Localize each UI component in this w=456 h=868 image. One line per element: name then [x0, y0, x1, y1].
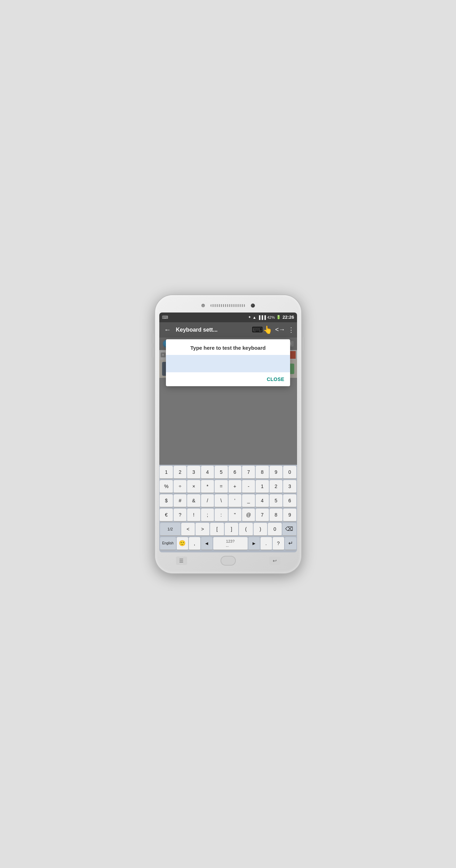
key-ampersand[interactable]: &: [187, 494, 200, 508]
key-divide[interactable]: ÷: [174, 480, 186, 493]
key-num7[interactable]: 7: [256, 509, 269, 522]
phone-frame: ⌨ ✦ ▲ ▐▐▐ 42% 🔋 22:26 ← Keyboard sett...…: [155, 295, 301, 573]
key-backslash[interactable]: \: [215, 494, 227, 508]
key-enter[interactable]: ↵: [285, 537, 296, 550]
key-1[interactable]: 1: [160, 466, 173, 479]
key-hash[interactable]: #: [174, 494, 186, 508]
key-cursor-right[interactable]: ►: [248, 537, 260, 550]
key-apostrophe[interactable]: ': [229, 494, 241, 508]
key-num2[interactable]: 2: [270, 480, 282, 493]
back-button[interactable]: ←: [162, 326, 173, 334]
key-num4[interactable]: 4: [256, 494, 269, 508]
key-minus[interactable]: -: [242, 480, 255, 493]
key-0[interactable]: 0: [283, 466, 296, 479]
key-2[interactable]: 2: [174, 466, 186, 479]
phone-bottom-nav: ☰ ↩: [159, 554, 297, 567]
key-colon[interactable]: :: [215, 509, 227, 522]
key-question-mark[interactable]: ?: [174, 509, 186, 522]
keyboard-row-3: $ # & / \ ' _ 4 5 6: [160, 494, 296, 508]
key-bracket-close[interactable]: ]: [225, 523, 239, 536]
front-camera: [251, 303, 255, 308]
key-multiply[interactable]: ×: [187, 480, 200, 493]
key-backspace[interactable]: ⌫: [282, 523, 296, 536]
key-dollar[interactable]: $: [160, 494, 173, 508]
phone-top-bar: [159, 301, 297, 310]
key-num5[interactable]: 5: [270, 494, 282, 508]
key-percent[interactable]: %: [160, 480, 173, 493]
speaker-grille: [210, 304, 245, 307]
key-3[interactable]: 3: [187, 466, 200, 479]
app-bar-actions: ⌨👆 <→ ⋮: [252, 325, 294, 334]
key-cursor-left[interactable]: ◄: [201, 537, 213, 550]
test-keyboard-dialog: Type here to test the keyboard CLOSE: [166, 339, 290, 386]
key-equals[interactable]: =: [215, 480, 227, 493]
key-quote[interactable]: ": [229, 509, 241, 522]
keyboard-row-6: English 🙂 , ◄ 123?⎵ ► . ? ↵: [160, 537, 296, 550]
key-question-bottom[interactable]: ?: [273, 537, 284, 550]
back-nav-button[interactable]: ↩: [269, 557, 280, 565]
more-options-icon[interactable]: ⋮: [288, 326, 294, 334]
key-slash[interactable]: /: [201, 494, 214, 508]
key-emoji[interactable]: 🙂: [177, 537, 188, 550]
key-comma[interactable]: ,: [189, 537, 200, 550]
signal-icon: ▐▐▐: [258, 315, 266, 319]
key-semicolon[interactable]: ;: [201, 509, 214, 522]
power-button[interactable]: [303, 337, 305, 351]
key-paren-open[interactable]: (: [239, 523, 253, 536]
keyboard-row-1: 1 2 3 4 5 6 7 8 9 0: [160, 466, 296, 479]
keyboard-hand-icon[interactable]: ⌨👆: [252, 325, 272, 334]
key-plus[interactable]: +: [229, 480, 241, 493]
key-exclamation[interactable]: !: [187, 509, 200, 522]
key-less-than[interactable]: <: [181, 523, 195, 536]
key-num6[interactable]: 6: [283, 494, 296, 508]
key-9[interactable]: 9: [270, 466, 282, 479]
key-language[interactable]: English: [160, 537, 176, 550]
key-euro[interactable]: €: [160, 509, 173, 522]
key-num9[interactable]: 9: [283, 509, 296, 522]
speaker-dot-left: [201, 304, 205, 307]
key-4[interactable]: 4: [201, 466, 214, 479]
screen: ⌨ ✦ ▲ ▐▐▐ 42% 🔋 22:26 ← Keyboard sett...…: [159, 313, 297, 552]
dialog-overlay: Type here to test the keyboard CLOSE: [159, 338, 297, 465]
dialog-text-input[interactable]: [166, 355, 290, 372]
volume-up-button[interactable]: [152, 333, 154, 344]
battery-icon: 🔋: [276, 315, 281, 319]
key-space[interactable]: 123?⎵: [213, 537, 248, 550]
bluetooth-icon: ✦: [248, 315, 251, 319]
battery-level: 42%: [267, 315, 275, 319]
menu-nav-button[interactable]: ☰: [176, 557, 187, 565]
key-greater-than[interactable]: >: [195, 523, 209, 536]
app-bar: ← Keyboard sett... ⌨👆 <→ ⋮: [159, 322, 297, 338]
key-8[interactable]: 8: [256, 466, 269, 479]
key-paren-close[interactable]: ): [254, 523, 267, 536]
volume-down-button[interactable]: [152, 347, 154, 358]
keyboard-row-4: € ? ! ; : " @ 7 8 9: [160, 509, 296, 522]
share-icon[interactable]: <→: [275, 326, 285, 333]
status-time: 22:26: [282, 315, 294, 320]
dialog-close-button[interactable]: CLOSE: [267, 376, 285, 382]
key-num1[interactable]: 1: [256, 480, 269, 493]
key-6[interactable]: 6: [229, 466, 241, 479]
key-bracket-open[interactable]: [: [210, 523, 224, 536]
key-5[interactable]: 5: [215, 466, 227, 479]
status-bar: ⌨ ✦ ▲ ▐▐▐ 42% 🔋 22:26: [159, 313, 297, 322]
key-underscore[interactable]: _: [242, 494, 255, 508]
key-period[interactable]: .: [261, 537, 272, 550]
key-num3[interactable]: 3: [283, 480, 296, 493]
key-asterisk[interactable]: *: [201, 480, 214, 493]
key-at[interactable]: @: [242, 509, 255, 522]
content-area: 🌐 Languages 2/8 Type here to test the ke…: [159, 338, 297, 465]
key-num0-row5[interactable]: 0: [268, 523, 282, 536]
keyboard-row-2: % ÷ × * = + - 1 2 3: [160, 480, 296, 493]
key-num8[interactable]: 8: [270, 509, 282, 522]
status-right: ✦ ▲ ▐▐▐ 42% 🔋 22:26: [248, 315, 294, 320]
key-7[interactable]: 7: [242, 466, 255, 479]
keyboard-row-5: 1/2 < > [ ] ( ) 0 ⌫: [160, 523, 296, 536]
wifi-icon: ▲: [253, 315, 256, 319]
app-title: Keyboard sett...: [176, 327, 249, 333]
status-left: ⌨: [162, 315, 168, 320]
home-button[interactable]: [221, 556, 236, 566]
key-toggle-symbols[interactable]: 1/2: [160, 523, 181, 536]
dialog-actions: CLOSE: [166, 374, 290, 386]
dialog-title: Type here to test the keyboard: [166, 339, 290, 354]
